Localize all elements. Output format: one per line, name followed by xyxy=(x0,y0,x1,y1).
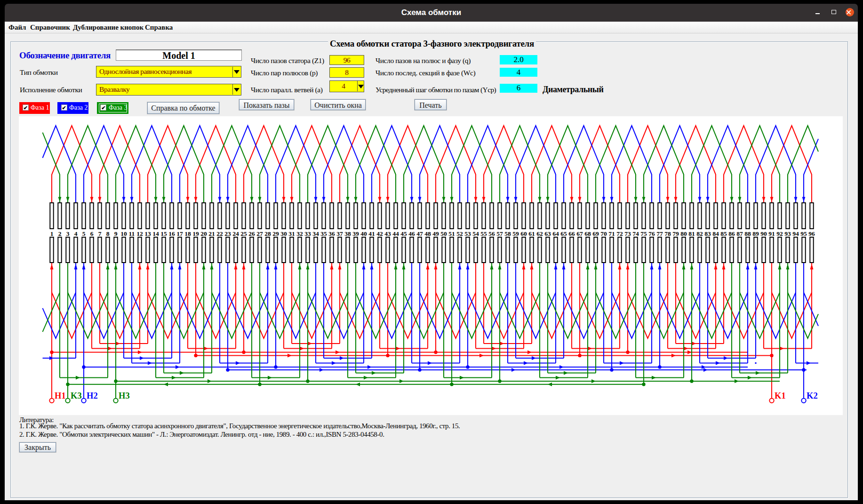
svg-text:40: 40 xyxy=(360,230,367,237)
svg-text:71: 71 xyxy=(608,230,615,237)
svg-text:83: 83 xyxy=(704,230,711,237)
svg-text:25: 25 xyxy=(240,230,247,237)
svg-text:65: 65 xyxy=(560,230,567,237)
svg-text:16: 16 xyxy=(168,230,175,237)
svg-text:23: 23 xyxy=(224,230,231,237)
svg-text:1: 1 xyxy=(50,230,54,237)
svg-text:88: 88 xyxy=(744,230,751,237)
svg-text:94: 94 xyxy=(792,230,799,237)
svg-text:K3: K3 xyxy=(71,391,82,400)
svg-text:89: 89 xyxy=(752,230,759,237)
svg-text:K1: K1 xyxy=(775,391,786,400)
svg-text:47: 47 xyxy=(416,230,423,237)
svg-text:18: 18 xyxy=(184,230,191,237)
svg-text:72: 72 xyxy=(616,230,623,237)
svg-text:31: 31 xyxy=(288,230,295,237)
svg-text:K2: K2 xyxy=(807,391,818,400)
svg-text:77: 77 xyxy=(656,230,663,237)
svg-text:H3: H3 xyxy=(119,391,130,400)
svg-text:66: 66 xyxy=(568,230,575,237)
svg-text:80: 80 xyxy=(680,230,687,237)
svg-text:38: 38 xyxy=(344,230,351,237)
svg-text:13: 13 xyxy=(144,230,151,237)
svg-text:19: 19 xyxy=(192,230,199,237)
svg-text:H2: H2 xyxy=(87,391,98,400)
svg-text:56: 56 xyxy=(488,230,495,237)
svg-text:61: 61 xyxy=(528,230,535,237)
svg-text:46: 46 xyxy=(408,230,415,237)
svg-text:7: 7 xyxy=(98,230,102,237)
svg-text:24: 24 xyxy=(232,230,239,237)
svg-text:52: 52 xyxy=(456,230,463,237)
svg-text:96: 96 xyxy=(808,230,815,237)
svg-text:86: 86 xyxy=(728,230,735,237)
svg-text:8: 8 xyxy=(106,230,110,237)
svg-text:68: 68 xyxy=(584,230,591,237)
svg-text:29: 29 xyxy=(272,230,279,237)
svg-text:48: 48 xyxy=(424,230,431,237)
svg-text:90: 90 xyxy=(760,230,767,237)
svg-text:55: 55 xyxy=(480,230,487,237)
svg-text:67: 67 xyxy=(576,230,583,237)
svg-text:39: 39 xyxy=(352,230,359,237)
svg-text:50: 50 xyxy=(440,230,447,237)
svg-text:91: 91 xyxy=(768,230,775,237)
svg-text:2: 2 xyxy=(58,230,62,237)
svg-text:75: 75 xyxy=(640,230,647,237)
svg-text:43: 43 xyxy=(384,230,391,237)
svg-text:69: 69 xyxy=(592,230,599,237)
svg-text:4: 4 xyxy=(74,230,78,237)
svg-text:41: 41 xyxy=(368,230,375,237)
svg-text:93: 93 xyxy=(784,230,791,237)
svg-text:12: 12 xyxy=(136,230,143,237)
svg-text:92: 92 xyxy=(776,230,783,237)
svg-text:10: 10 xyxy=(120,230,127,237)
svg-text:95: 95 xyxy=(800,230,807,237)
svg-text:21: 21 xyxy=(208,230,215,237)
svg-text:78: 78 xyxy=(664,230,671,237)
svg-text:57: 57 xyxy=(496,230,503,237)
svg-text:28: 28 xyxy=(264,230,271,237)
svg-text:14: 14 xyxy=(152,230,159,237)
svg-text:33: 33 xyxy=(304,230,311,237)
svg-text:42: 42 xyxy=(376,230,383,237)
svg-text:3: 3 xyxy=(66,230,70,237)
svg-text:62: 62 xyxy=(536,230,543,237)
svg-text:15: 15 xyxy=(160,230,167,237)
svg-text:87: 87 xyxy=(736,230,743,237)
svg-text:20: 20 xyxy=(200,230,207,237)
svg-text:44: 44 xyxy=(392,230,399,237)
svg-text:84: 84 xyxy=(712,230,719,237)
svg-text:81: 81 xyxy=(688,230,695,237)
svg-text:27: 27 xyxy=(256,230,263,237)
svg-text:32: 32 xyxy=(296,230,303,237)
svg-text:5: 5 xyxy=(82,230,86,237)
svg-text:6: 6 xyxy=(90,230,94,237)
svg-text:37: 37 xyxy=(336,230,343,237)
svg-text:30: 30 xyxy=(280,230,287,237)
svg-text:64: 64 xyxy=(552,230,559,237)
svg-text:73: 73 xyxy=(624,230,631,237)
svg-text:36: 36 xyxy=(328,230,335,237)
svg-text:H1: H1 xyxy=(55,391,66,400)
svg-text:54: 54 xyxy=(472,230,479,237)
svg-text:70: 70 xyxy=(600,230,607,237)
svg-text:51: 51 xyxy=(448,230,455,237)
svg-text:35: 35 xyxy=(320,230,327,237)
svg-text:22: 22 xyxy=(216,230,223,237)
svg-text:85: 85 xyxy=(720,230,727,237)
svg-text:45: 45 xyxy=(400,230,407,237)
svg-text:79: 79 xyxy=(672,230,679,237)
svg-text:49: 49 xyxy=(432,230,439,237)
svg-text:53: 53 xyxy=(464,230,471,237)
svg-text:58: 58 xyxy=(504,230,511,237)
svg-text:34: 34 xyxy=(312,230,319,237)
svg-text:76: 76 xyxy=(648,230,655,237)
svg-text:9: 9 xyxy=(114,230,118,237)
svg-text:82: 82 xyxy=(696,230,703,237)
svg-text:17: 17 xyxy=(176,230,183,237)
svg-text:63: 63 xyxy=(544,230,551,237)
svg-text:26: 26 xyxy=(248,230,255,237)
svg-text:60: 60 xyxy=(520,230,527,237)
svg-text:74: 74 xyxy=(632,230,639,237)
